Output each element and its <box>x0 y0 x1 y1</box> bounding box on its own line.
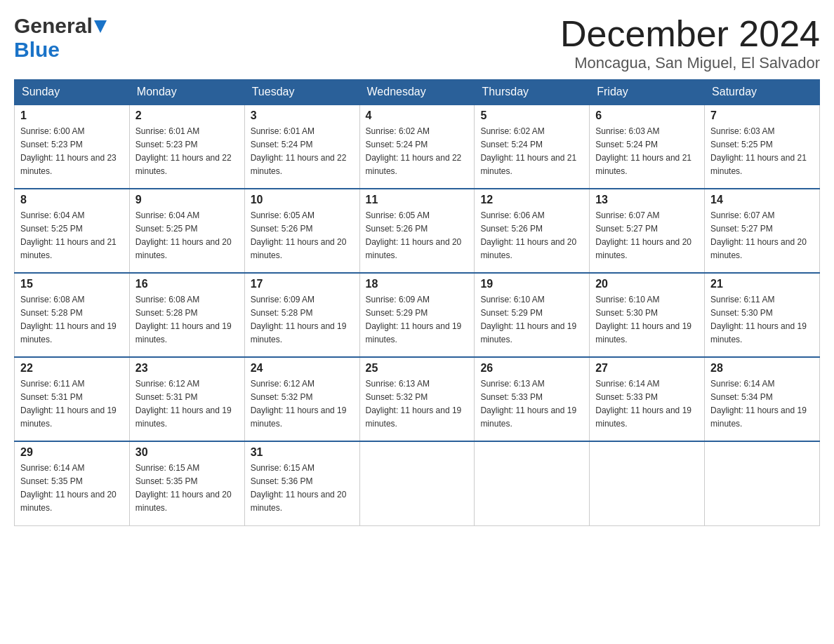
column-header-wednesday: Wednesday <box>359 80 475 105</box>
day-number: 11 <box>366 194 469 206</box>
day-info: Sunrise: 6:08 AMSunset: 5:28 PMDaylight:… <box>135 295 232 344</box>
calendar-cell: 5 Sunrise: 6:02 AMSunset: 5:24 PMDayligh… <box>475 105 590 189</box>
day-number: 20 <box>595 278 699 290</box>
calendar-cell: 8 Sunrise: 6:04 AMSunset: 5:25 PMDayligh… <box>15 189 130 273</box>
logo-triangle-icon <box>94 20 107 36</box>
day-number: 4 <box>366 109 469 122</box>
calendar-cell: 7 Sunrise: 6:03 AMSunset: 5:25 PMDayligh… <box>705 105 820 189</box>
day-number: 16 <box>135 278 239 290</box>
day-info: Sunrise: 6:12 AMSunset: 5:32 PMDaylight:… <box>251 379 347 429</box>
day-info: Sunrise: 6:15 AMSunset: 5:35 PMDaylight:… <box>135 463 232 513</box>
day-info: Sunrise: 6:01 AMSunset: 5:24 PMDaylight:… <box>251 126 347 176</box>
calendar-cell: 6 Sunrise: 6:03 AMSunset: 5:24 PMDayligh… <box>590 105 705 189</box>
day-info: Sunrise: 6:13 AMSunset: 5:32 PMDaylight:… <box>366 379 462 429</box>
calendar-cell: 29 Sunrise: 6:14 AMSunset: 5:35 PMDaylig… <box>15 441 130 525</box>
day-number: 6 <box>595 109 699 122</box>
calendar-cell: 4 Sunrise: 6:02 AMSunset: 5:24 PMDayligh… <box>359 105 475 189</box>
day-number: 21 <box>710 278 814 290</box>
day-info: Sunrise: 6:05 AMSunset: 5:26 PMDaylight:… <box>251 210 347 260</box>
day-info: Sunrise: 6:10 AMSunset: 5:30 PMDaylight:… <box>595 295 691 344</box>
day-info: Sunrise: 6:07 AMSunset: 5:27 PMDaylight:… <box>710 210 807 260</box>
day-info: Sunrise: 6:05 AMSunset: 5:26 PMDaylight:… <box>366 210 462 260</box>
day-info: Sunrise: 6:14 AMSunset: 5:33 PMDaylight:… <box>595 379 691 429</box>
day-number: 12 <box>480 194 583 206</box>
day-number: 31 <box>251 446 354 459</box>
title-block: December 2024 Moncagua, San Miguel, El S… <box>560 14 820 72</box>
calendar-cell: 15 Sunrise: 6:08 AMSunset: 5:28 PMDaylig… <box>15 273 130 357</box>
calendar-cell: 12 Sunrise: 6:06 AMSunset: 5:26 PMDaylig… <box>475 189 590 273</box>
day-info: Sunrise: 6:09 AMSunset: 5:28 PMDaylight:… <box>251 295 347 344</box>
calendar-cell: 13 Sunrise: 6:07 AMSunset: 5:27 PMDaylig… <box>590 189 705 273</box>
day-number: 7 <box>710 109 814 122</box>
calendar-subtitle: Moncagua, San Miguel, El Salvador <box>560 54 820 72</box>
calendar-cell: 22 Sunrise: 6:11 AMSunset: 5:31 PMDaylig… <box>15 357 130 441</box>
day-info: Sunrise: 6:00 AMSunset: 5:23 PMDaylight:… <box>20 126 117 176</box>
column-header-thursday: Thursday <box>475 80 590 105</box>
calendar-cell: 20 Sunrise: 6:10 AMSunset: 5:30 PMDaylig… <box>590 273 705 357</box>
calendar-week-row: 15 Sunrise: 6:08 AMSunset: 5:28 PMDaylig… <box>15 273 820 357</box>
logo-blue-text: Blue <box>14 38 60 61</box>
day-info: Sunrise: 6:10 AMSunset: 5:29 PMDaylight:… <box>480 295 576 344</box>
calendar-cell: 21 Sunrise: 6:11 AMSunset: 5:30 PMDaylig… <box>705 273 820 357</box>
day-info: Sunrise: 6:07 AMSunset: 5:27 PMDaylight:… <box>595 210 691 260</box>
calendar-cell <box>475 441 590 525</box>
calendar-week-row: 1 Sunrise: 6:00 AMSunset: 5:23 PMDayligh… <box>15 105 820 189</box>
logo-general-text: General <box>14 14 93 38</box>
day-number: 22 <box>20 362 124 375</box>
calendar-cell: 30 Sunrise: 6:15 AMSunset: 5:35 PMDaylig… <box>129 441 244 525</box>
day-info: Sunrise: 6:12 AMSunset: 5:31 PMDaylight:… <box>135 379 232 429</box>
calendar-cell <box>590 441 705 525</box>
day-info: Sunrise: 6:04 AMSunset: 5:25 PMDaylight:… <box>135 210 232 260</box>
calendar-title: December 2024 <box>560 14 820 54</box>
day-info: Sunrise: 6:08 AMSunset: 5:28 PMDaylight:… <box>20 295 117 344</box>
day-info: Sunrise: 6:02 AMSunset: 5:24 PMDaylight:… <box>366 126 462 176</box>
day-number: 14 <box>710 194 814 206</box>
calendar-cell: 23 Sunrise: 6:12 AMSunset: 5:31 PMDaylig… <box>129 357 244 441</box>
day-number: 24 <box>251 362 354 375</box>
column-header-monday: Monday <box>129 80 244 105</box>
logo: General Blue <box>14 14 107 62</box>
calendar-week-row: 8 Sunrise: 6:04 AMSunset: 5:25 PMDayligh… <box>15 189 820 273</box>
calendar-cell: 19 Sunrise: 6:10 AMSunset: 5:29 PMDaylig… <box>475 273 590 357</box>
day-number: 3 <box>251 109 354 122</box>
calendar-week-row: 22 Sunrise: 6:11 AMSunset: 5:31 PMDaylig… <box>15 357 820 441</box>
day-number: 19 <box>480 278 583 290</box>
day-number: 28 <box>710 362 814 375</box>
day-number: 8 <box>20 194 124 206</box>
column-header-sunday: Sunday <box>15 80 130 105</box>
calendar-week-row: 29 Sunrise: 6:14 AMSunset: 5:35 PMDaylig… <box>15 441 820 525</box>
day-number: 9 <box>135 194 239 206</box>
day-number: 15 <box>20 278 124 290</box>
day-info: Sunrise: 6:15 AMSunset: 5:36 PMDaylight:… <box>251 463 347 513</box>
day-number: 27 <box>595 362 699 375</box>
calendar-cell: 9 Sunrise: 6:04 AMSunset: 5:25 PMDayligh… <box>129 189 244 273</box>
calendar-cell: 18 Sunrise: 6:09 AMSunset: 5:29 PMDaylig… <box>359 273 475 357</box>
calendar-cell: 28 Sunrise: 6:14 AMSunset: 5:34 PMDaylig… <box>705 357 820 441</box>
calendar-cell: 31 Sunrise: 6:15 AMSunset: 5:36 PMDaylig… <box>244 441 359 525</box>
column-header-friday: Friday <box>590 80 705 105</box>
calendar-cell: 3 Sunrise: 6:01 AMSunset: 5:24 PMDayligh… <box>244 105 359 189</box>
day-info: Sunrise: 6:11 AMSunset: 5:30 PMDaylight:… <box>710 295 807 344</box>
day-number: 1 <box>20 109 124 122</box>
day-info: Sunrise: 6:02 AMSunset: 5:24 PMDaylight:… <box>480 126 576 176</box>
day-number: 5 <box>480 109 583 122</box>
day-number: 23 <box>135 362 239 375</box>
day-info: Sunrise: 6:06 AMSunset: 5:26 PMDaylight:… <box>480 210 576 260</box>
day-number: 10 <box>251 194 354 206</box>
day-info: Sunrise: 6:04 AMSunset: 5:25 PMDaylight:… <box>20 210 117 260</box>
svg-marker-0 <box>94 20 107 33</box>
calendar-cell: 27 Sunrise: 6:14 AMSunset: 5:33 PMDaylig… <box>590 357 705 441</box>
day-number: 2 <box>135 109 239 122</box>
day-number: 30 <box>135 446 239 459</box>
day-info: Sunrise: 6:13 AMSunset: 5:33 PMDaylight:… <box>480 379 576 429</box>
day-info: Sunrise: 6:01 AMSunset: 5:23 PMDaylight:… <box>135 126 232 176</box>
calendar-cell <box>705 441 820 525</box>
calendar-header-row: SundayMondayTuesdayWednesdayThursdayFrid… <box>15 80 820 105</box>
calendar-cell: 25 Sunrise: 6:13 AMSunset: 5:32 PMDaylig… <box>359 357 475 441</box>
calendar-cell: 11 Sunrise: 6:05 AMSunset: 5:26 PMDaylig… <box>359 189 475 273</box>
calendar-cell: 24 Sunrise: 6:12 AMSunset: 5:32 PMDaylig… <box>244 357 359 441</box>
day-number: 26 <box>480 362 583 375</box>
column-header-saturday: Saturday <box>705 80 820 105</box>
calendar-cell: 14 Sunrise: 6:07 AMSunset: 5:27 PMDaylig… <box>705 189 820 273</box>
column-header-tuesday: Tuesday <box>244 80 359 105</box>
